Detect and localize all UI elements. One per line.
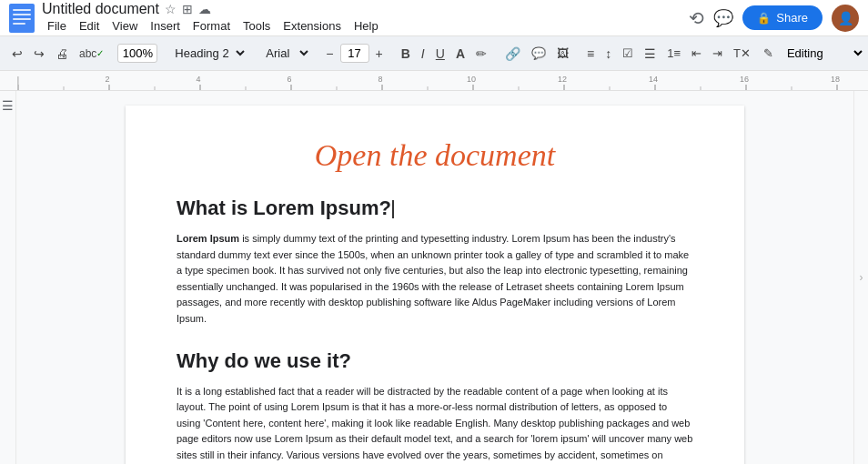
doc-area: Open the document What is Lorem Ipsum? L… bbox=[16, 91, 853, 464]
zoom-input[interactable] bbox=[117, 44, 157, 63]
title-bar-right: ⟲ 💬 🔒 Share 👤 bbox=[689, 5, 859, 32]
share-label: Share bbox=[776, 11, 808, 25]
clear-format-button[interactable]: T✕ bbox=[729, 44, 755, 63]
list-button[interactable]: ☰ bbox=[640, 44, 661, 64]
svg-text:18: 18 bbox=[831, 75, 840, 84]
share-button[interactable]: 🔒 Share bbox=[742, 5, 823, 30]
svg-text:2: 2 bbox=[105, 75, 109, 84]
menu-tools[interactable]: Tools bbox=[237, 17, 276, 35]
spellcheck-button[interactable]: abc✓ bbox=[75, 45, 108, 63]
svg-text:10: 10 bbox=[467, 75, 476, 84]
folder-icon[interactable]: ⊞ bbox=[182, 2, 193, 16]
menu-bar: File Edit View Insert Format Tools Exten… bbox=[42, 17, 689, 35]
menu-help[interactable]: Help bbox=[348, 17, 384, 35]
avatar: 👤 bbox=[832, 5, 859, 32]
svg-text:12: 12 bbox=[558, 75, 567, 84]
svg-text:|: | bbox=[17, 76, 19, 85]
image-button[interactable]: 🖼 bbox=[552, 44, 573, 63]
menu-extensions[interactable]: Extensions bbox=[278, 17, 347, 35]
lock-icon: 🔒 bbox=[757, 12, 771, 25]
svg-text:8: 8 bbox=[378, 75, 382, 84]
section-1: What is Lorem Ipsum? Lorem Ipsum is simp… bbox=[177, 197, 693, 328]
line-spacing-button[interactable]: ↕ bbox=[601, 44, 616, 64]
main-area: ☰ Open the document What is Lorem Ipsum?… bbox=[0, 91, 868, 464]
link-button[interactable]: 🔗 bbox=[500, 44, 525, 64]
text-cursor bbox=[392, 200, 394, 218]
section-2-body: It is a long established fact that a rea… bbox=[177, 384, 693, 464]
star-icon[interactable]: ☆ bbox=[165, 2, 177, 16]
svg-text:14: 14 bbox=[649, 75, 658, 84]
svg-rect-4 bbox=[13, 23, 25, 25]
section-2: Why do we use it? It is a long establish… bbox=[177, 349, 693, 464]
align-button[interactable]: ≡ bbox=[582, 44, 599, 64]
menu-view[interactable]: View bbox=[106, 17, 143, 35]
outline-icon[interactable]: ☰ bbox=[2, 98, 14, 113]
menu-file[interactable]: File bbox=[42, 17, 72, 35]
redo-button[interactable]: ↪ bbox=[29, 44, 49, 64]
font-size-input[interactable] bbox=[340, 44, 369, 63]
doc-icon bbox=[9, 4, 35, 33]
font-size-increase[interactable]: + bbox=[371, 44, 388, 64]
ruler: | 2 4 6 8 10 12 14 16 18 bbox=[0, 71, 868, 91]
svg-text:6: 6 bbox=[287, 75, 291, 84]
left-panel: ☰ bbox=[0, 91, 16, 464]
menu-edit[interactable]: Edit bbox=[74, 17, 105, 35]
ruler-svg: | 2 4 6 8 10 12 14 16 18 bbox=[9, 71, 868, 91]
toolbar: ↩ ↪ 🖨 abc✓ Heading 2 Normal text Heading… bbox=[0, 36, 868, 71]
title-bar: Untitled document ☆ ⊞ ☁ File Edit View I… bbox=[0, 0, 868, 36]
comment-icon[interactable]: 💬 bbox=[713, 8, 733, 28]
heading-style-select[interactable]: Heading 2 Normal text Heading 1 Heading … bbox=[167, 43, 248, 64]
indent-increase-button[interactable]: ⇥ bbox=[708, 44, 727, 63]
svg-rect-2 bbox=[13, 14, 31, 15]
text-color-button[interactable]: A bbox=[451, 44, 469, 64]
doc-title[interactable]: Untitled document bbox=[42, 1, 159, 17]
svg-text:16: 16 bbox=[740, 75, 749, 84]
document-display-title: Open the document bbox=[177, 138, 693, 173]
lorem-ipsum-bold: Lorem Ipsum bbox=[177, 233, 239, 244]
history-icon[interactable]: ⟲ bbox=[689, 7, 704, 29]
bold-button[interactable]: B bbox=[397, 44, 415, 64]
font-select[interactable]: Arial Times New Roman bbox=[257, 43, 312, 64]
editing-mode-select[interactable]: Editing Suggesting Viewing bbox=[780, 44, 865, 63]
title-area: Untitled document ☆ ⊞ ☁ File Edit View I… bbox=[42, 1, 689, 35]
right-panel: › bbox=[853, 91, 868, 464]
undo-button[interactable]: ↩ bbox=[7, 44, 27, 64]
cloud-icon[interactable]: ☁ bbox=[198, 2, 211, 16]
menu-format[interactable]: Format bbox=[187, 17, 236, 35]
checklist-button[interactable]: ☑ bbox=[618, 44, 638, 63]
indent-decrease-button[interactable]: ⇤ bbox=[687, 44, 706, 63]
print-button[interactable]: 🖨 bbox=[51, 44, 73, 64]
section-2-heading: Why do we use it? bbox=[177, 349, 693, 373]
svg-text:4: 4 bbox=[196, 75, 200, 84]
ordered-list-button[interactable]: 1≡ bbox=[662, 44, 685, 63]
pencil-mode-icon[interactable]: ✎ bbox=[759, 44, 778, 63]
comment-insert-button[interactable]: 💬 bbox=[527, 44, 550, 63]
svg-rect-3 bbox=[13, 18, 31, 20]
collapse-panel-icon[interactable]: › bbox=[860, 271, 863, 284]
section-1-body: Lorem Ipsum is simply dummy text of the … bbox=[177, 231, 693, 328]
menu-insert[interactable]: Insert bbox=[145, 17, 186, 35]
font-size-decrease[interactable]: − bbox=[321, 44, 338, 64]
underline-button[interactable]: U bbox=[431, 44, 449, 64]
svg-rect-1 bbox=[13, 9, 31, 11]
highlight-button[interactable]: ✏ bbox=[471, 44, 491, 64]
title-row: Untitled document ☆ ⊞ ☁ bbox=[42, 1, 689, 17]
doc-page[interactable]: Open the document What is Lorem Ipsum? L… bbox=[126, 106, 744, 464]
section-1-heading: What is Lorem Ipsum? bbox=[177, 197, 693, 220]
italic-button[interactable]: I bbox=[417, 44, 429, 64]
